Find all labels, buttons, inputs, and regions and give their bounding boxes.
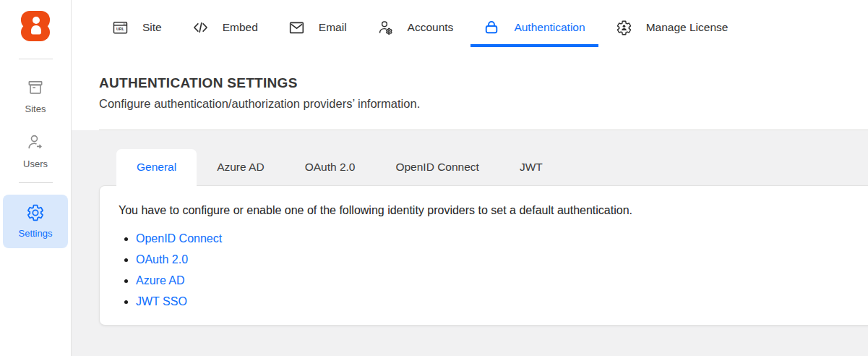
general-tab-panel: You have to configure or enable one of t…: [99, 185, 868, 326]
page-header: AUTHENTICATION SETTINGS Configure authen…: [72, 46, 868, 111]
svg-text:URL: URL: [116, 27, 125, 31]
list-item: OpenID Connect: [136, 232, 851, 245]
settings-top-nav: URL Site Embed Email: [72, 9, 868, 46]
archive-box-icon: [26, 78, 45, 97]
nav-item-accounts[interactable]: Accounts: [364, 9, 467, 46]
sidebar-item-sites[interactable]: Sites: [3, 78, 68, 114]
tab-azure-ad[interactable]: Azure AD: [197, 149, 284, 185]
link-azure-ad[interactable]: Azure AD: [136, 274, 185, 287]
page-title: AUTHENTICATION SETTINGS: [99, 75, 841, 91]
list-item: Azure AD: [136, 274, 851, 287]
link-oauth-2[interactable]: OAuth 2.0: [136, 253, 188, 266]
sidebar: Sites Users Settings: [0, 0, 72, 356]
sidebar-item-label: Users: [23, 158, 48, 169]
main-area: URL Site Embed Email: [72, 0, 868, 356]
panel-intro-text: You have to configure or enable one of t…: [119, 204, 851, 217]
nav-item-label: Embed: [223, 21, 258, 34]
nav-item-label: Accounts: [408, 21, 454, 34]
link-openid-connect[interactable]: OpenID Connect: [136, 232, 222, 245]
settings-content: General Azure AD OAuth 2.0 OpenID Connec…: [72, 130, 868, 356]
sidebar-item-label: Settings: [19, 228, 53, 239]
user-arrow-icon: [26, 133, 45, 152]
sidebar-divider: [19, 59, 53, 59]
nav-item-email[interactable]: Email: [275, 9, 360, 46]
code-brackets-icon: [192, 20, 209, 36]
tab-openid-connect[interactable]: OpenID Connect: [375, 149, 499, 185]
auth-tab-bar: General Azure AD OAuth 2.0 OpenID Connec…: [116, 149, 868, 185]
page-subtitle: Configure authentication/authorization p…: [99, 97, 841, 111]
envelope-icon: [288, 20, 305, 36]
nav-item-embed[interactable]: Embed: [179, 9, 271, 46]
sidebar-item-settings[interactable]: Settings: [3, 195, 68, 248]
lock-icon: [484, 20, 500, 36]
nav-item-label: Email: [319, 21, 347, 34]
tab-general[interactable]: General: [116, 149, 197, 185]
app-window: Sites Users Settings: [0, 0, 868, 356]
nav-item-manage-license[interactable]: Manage License: [603, 9, 742, 46]
gear-person-icon: [616, 20, 632, 36]
nav-item-label: Manage License: [646, 21, 729, 34]
provider-link-list: OpenID Connect OAuth 2.0 Azure AD JWT SS…: [119, 232, 851, 308]
sidebar-item-label: Sites: [25, 103, 46, 114]
list-item: JWT SSO: [136, 295, 851, 308]
list-item: OAuth 2.0: [136, 253, 851, 266]
browser-url-icon: URL: [112, 20, 129, 36]
sidebar-divider: [19, 182, 53, 183]
user-gear-icon: [377, 20, 394, 36]
nav-item-label: Site: [142, 21, 162, 34]
nav-item-authentication[interactable]: Authentication: [470, 9, 598, 46]
brand-logo-icon[interactable]: [19, 9, 52, 43]
gear-icon: [26, 203, 45, 222]
sidebar-item-users[interactable]: Users: [3, 133, 68, 169]
nav-item-label: Authentication: [514, 21, 585, 34]
link-jwt-sso[interactable]: JWT SSO: [136, 295, 187, 308]
nav-item-site[interactable]: URL Site: [99, 9, 175, 46]
tab-oauth-2[interactable]: OAuth 2.0: [285, 149, 376, 185]
tab-jwt[interactable]: JWT: [499, 149, 563, 185]
